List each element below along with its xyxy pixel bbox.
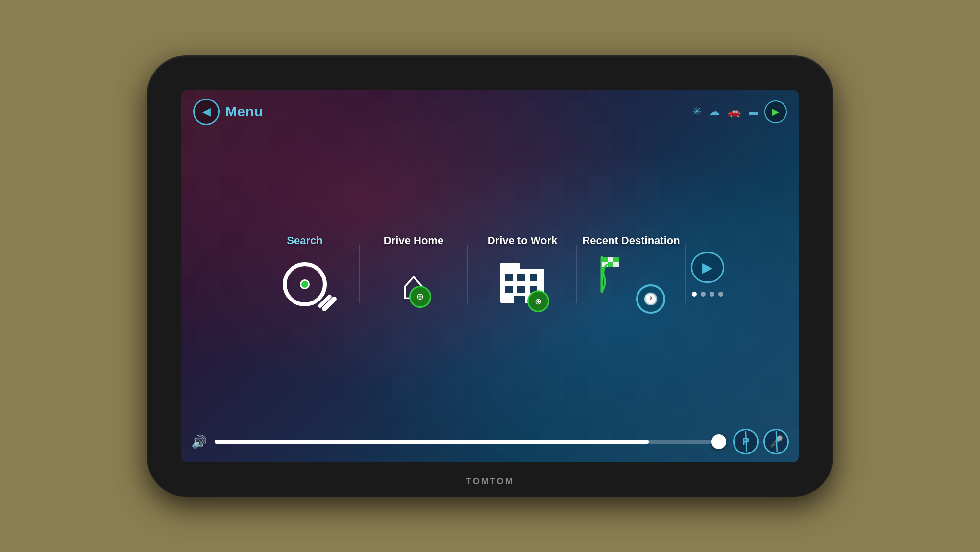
page-dot-2 xyxy=(701,292,706,297)
next-pill-icon: ▶ xyxy=(691,252,724,283)
page-dots xyxy=(692,292,723,297)
page-dot-3 xyxy=(710,292,714,297)
divider-2 xyxy=(467,245,468,303)
search-menu-item[interactable]: Search xyxy=(256,234,354,314)
bottom-bar: 🔊 P ╱ 🎤 ╱ xyxy=(181,423,799,462)
search-handle-icon xyxy=(318,294,332,308)
page-dot-4 xyxy=(718,292,723,297)
car-icon: 🚗 xyxy=(728,105,741,118)
recent-destination-menu-item[interactable]: Recent Destination xyxy=(582,234,680,314)
divider-3 xyxy=(576,245,577,303)
search-magnifier-icon xyxy=(283,262,327,306)
svg-rect-12 xyxy=(613,257,619,262)
volume-fill xyxy=(215,440,649,444)
cloud-icon: ☁ xyxy=(709,105,720,118)
svg-rect-6 xyxy=(517,286,525,293)
svg-rect-5 xyxy=(505,286,513,293)
drive-to-work-menu-item[interactable]: Drive to Work xyxy=(473,234,571,314)
work-icon-wrap: ⊕ xyxy=(495,259,549,310)
clock-symbol: 🕐 xyxy=(643,292,658,306)
search-label: Search xyxy=(287,234,322,247)
recent-destination-label: Recent Destination xyxy=(582,234,680,247)
divider-4 xyxy=(685,245,686,303)
work-steering-icon: ⊕ xyxy=(535,296,542,307)
drive-to-work-label: Drive to Work xyxy=(488,234,558,247)
bottom-status-icons: P ╱ 🎤 ╱ xyxy=(733,429,789,454)
status-icons: ✳ ☁ 🚗 ▬ ▶ xyxy=(692,100,787,123)
steering-wheel-badge: ⊕ xyxy=(409,286,431,308)
svg-rect-3 xyxy=(517,274,525,281)
clock-icon: 🕐 xyxy=(636,284,665,314)
top-bar: ◀ Menu ✳ ☁ 🚗 ▬ ▶ xyxy=(181,90,799,130)
drive-home-icon-container: ⌂ ⊕ xyxy=(379,255,448,314)
back-arrow-icon: ◀ xyxy=(202,105,211,118)
volume-knob[interactable] xyxy=(711,434,726,449)
svg-rect-14 xyxy=(608,262,613,267)
volume-slider[interactable] xyxy=(215,440,725,444)
next-arrow-icon: ▶ xyxy=(702,259,713,276)
menu-title: Menu xyxy=(225,104,263,120)
drive-home-label: Drive Home xyxy=(384,234,443,247)
divider-1 xyxy=(359,245,360,303)
search-icon-container xyxy=(270,255,339,314)
volume-icon: 🔊 xyxy=(191,434,207,450)
device-brand-label: TOMTOM xyxy=(466,477,514,487)
svg-rect-2 xyxy=(505,274,513,281)
home-icon-wrap: ⌂ ⊕ xyxy=(401,264,426,305)
mute-microphone-button[interactable]: 🎤 ╱ xyxy=(763,429,789,454)
device-frame: ◀ Menu ✳ ☁ 🚗 ▬ ▶ Search xyxy=(147,55,833,497)
device-screen: ◀ Menu ✳ ☁ 🚗 ▬ ▶ Search xyxy=(181,90,799,462)
recent-icon-container: 🕐 xyxy=(597,255,665,314)
work-steering-badge: ⊕ xyxy=(527,290,549,312)
navigation-arrow-icon: ▶ xyxy=(772,106,779,117)
back-button[interactable]: ◀ Menu xyxy=(193,99,263,125)
slash-overlay-icon: ╱ xyxy=(737,431,754,452)
menu-grid: Search Drive Home ⌂ xyxy=(181,130,799,423)
page-dot-1 xyxy=(692,292,697,297)
bluetooth-icon: ✳ xyxy=(692,105,701,118)
steering-icon: ⊕ xyxy=(416,291,424,302)
back-circle-icon: ◀ xyxy=(193,99,220,125)
battery-icon: ▬ xyxy=(749,107,757,117)
svg-rect-4 xyxy=(530,274,537,281)
svg-rect-1 xyxy=(500,263,520,270)
search-pin-dot xyxy=(300,279,310,289)
no-parking-button[interactable]: P ╱ xyxy=(733,429,759,454)
next-button[interactable]: ▶ xyxy=(691,252,724,297)
svg-rect-11 xyxy=(608,257,613,262)
svg-rect-10 xyxy=(602,257,608,262)
drive-home-menu-item[interactable]: Drive Home ⌂ ⊕ xyxy=(365,234,463,314)
svg-rect-15 xyxy=(613,262,619,267)
navigation-arrow-button[interactable]: ▶ xyxy=(764,100,787,123)
checkered-flag-icon xyxy=(597,255,636,294)
svg-rect-8 xyxy=(514,296,525,303)
drive-to-work-icon-container: ⊕ xyxy=(488,255,557,314)
